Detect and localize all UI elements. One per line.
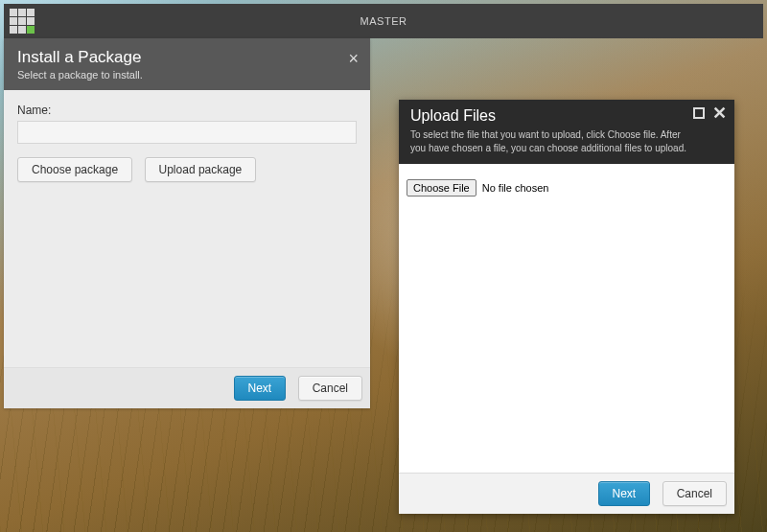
package-name-input[interactable] [17,121,357,144]
file-status-text: No file chosen [482,182,549,194]
close-icon[interactable]: ✕ [712,107,727,119]
install-footer: Next Cancel [4,367,370,408]
upload-title: Upload Files [410,107,723,125]
upload-header: Upload Files To select the file that you… [399,100,734,164]
choose-file-button[interactable]: Choose File [407,179,476,197]
upload-files-dialog: Upload Files To select the file that you… [399,100,734,514]
upload-cancel-button[interactable]: Cancel [662,481,727,506]
install-dialog-header: Install a Package Select a package to in… [4,38,370,90]
maximize-icon[interactable] [693,107,705,119]
install-subtitle: Select a package to install. [17,69,357,81]
upload-subtitle: To select the file that you want to uplo… [410,128,688,154]
desktop-background: MASTER Install a Package Select a packag… [0,0,767,532]
install-title: Install a Package [17,48,357,67]
file-chooser-row: Choose File No file chosen [407,179,727,197]
upload-package-button[interactable]: Upload package [145,157,257,182]
upload-body: Choose File No file chosen [399,164,734,473]
app-logo-icon[interactable] [10,9,35,34]
name-label: Name: [17,104,357,117]
top-bar: MASTER [4,4,763,38]
install-button-row: Choose package Upload package [17,157,357,182]
install-body: Name: Choose package Upload package [4,90,370,367]
install-cancel-button[interactable]: Cancel [298,376,362,401]
window-controls: ✕ [693,107,727,119]
install-next-button[interactable]: Next [234,376,287,401]
close-icon[interactable]: × [348,50,359,67]
topbar-title: MASTER [360,15,407,27]
install-package-dialog: Install a Package Select a package to in… [4,38,370,408]
upload-next-button[interactable]: Next [598,481,651,506]
choose-package-button[interactable]: Choose package [17,157,132,182]
upload-footer: Next Cancel [399,473,734,514]
